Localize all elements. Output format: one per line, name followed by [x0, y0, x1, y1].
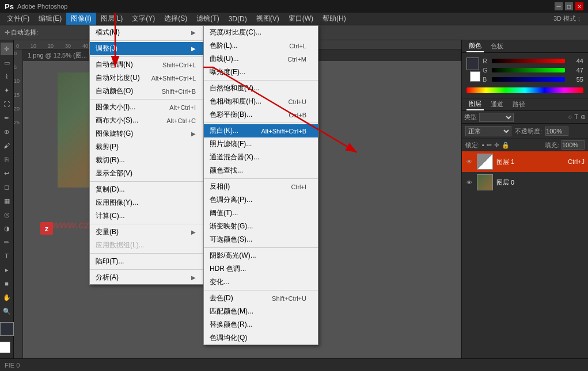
menu-apply-image[interactable]: 应用图像(Y)... [90, 196, 207, 209]
tool-lasso[interactable]: ⌇ [1, 70, 13, 83]
menu-selective-color[interactable]: 可选颜色(S)... [204, 233, 318, 246]
tool-select-rect[interactable]: ▭ [1, 56, 13, 69]
menu-desaturate[interactable]: 去色(D) Shift+Ctrl+U [204, 292, 318, 305]
menu-auto-contrast[interactable]: 自动对比度(U) Alt+Shift+Ctrl+L [90, 71, 207, 85]
lock-pixel-icon[interactable]: ▪ [482, 141, 484, 148]
menu-file[interactable]: 文件(F) [2, 13, 34, 25]
tool-clone[interactable]: ⎘ [1, 153, 13, 166]
menu-image-rotate[interactable]: 图像旋转(G) ▶ [90, 127, 207, 140]
close-button[interactable]: ✕ [575, 2, 583, 10]
menu-analysis[interactable]: 分析(A) ▶ [90, 271, 207, 284]
tool-heal[interactable]: ⊕ [1, 125, 13, 138]
tool-brush[interactable]: 🖌 [1, 139, 13, 152]
tab-layers[interactable]: 图层 [466, 98, 484, 110]
menu-adjust[interactable]: 调整(J) ▶ [90, 42, 207, 55]
menu-filter[interactable]: 滤镜(T) [192, 13, 223, 25]
menu-mode[interactable]: 模式(M) ▶ [90, 26, 207, 39]
menu-curves[interactable]: 曲线(U)... Ctrl+M [204, 52, 318, 66]
menu-reveal-all[interactable]: 显示全部(V) [90, 167, 207, 180]
menu-trap[interactable]: 陷印(T)... [90, 255, 207, 268]
menu-channel-mixer[interactable]: 通道混合器(X)... [204, 151, 318, 164]
menu-variables[interactable]: 变量(B) ▶ [90, 225, 207, 239]
tool-options[interactable]: ✛ 自动选择: [2, 26, 40, 39]
lock-move-icon[interactable]: ✛ [494, 141, 499, 149]
tab-paths[interactable]: 路径 [510, 99, 528, 110]
menu-hdr[interactable]: HDR 色调... [204, 262, 318, 276]
menu-text[interactable]: 文字(Y) [127, 13, 160, 25]
menu-auto-tone[interactable]: 自动色调(N) Shift+Ctrl+L [90, 58, 207, 71]
lock-paint-icon[interactable]: ✏ [487, 141, 492, 149]
b-slider[interactable] [492, 77, 565, 82]
menu-view[interactable]: 视图(V) [252, 13, 284, 25]
tool-eraser[interactable]: ◻ [1, 181, 13, 193]
opacity-input[interactable] [545, 127, 568, 136]
color-spectrum[interactable] [466, 87, 583, 93]
blend-mode-select[interactable]: 正常 [465, 126, 511, 136]
menu-trim[interactable]: 裁切(R)... [90, 154, 207, 167]
visibility-icon-0[interactable]: 👁 [465, 178, 473, 186]
tab-color[interactable]: 颜色 [466, 40, 484, 52]
menu-color-balance[interactable]: 色彩平衡(B)... Ctrl+B [204, 108, 318, 121]
menu-window[interactable]: 窗口(W) [284, 13, 318, 25]
menu-calculate[interactable]: 计算(C)... [90, 209, 207, 223]
menu-edit[interactable]: 编辑(E) [34, 13, 66, 25]
menu-equalize[interactable]: 色调均化(Q) [204, 331, 318, 345]
menu-exposure[interactable]: 曝光度(E)... [204, 66, 318, 79]
g-slider[interactable] [492, 68, 565, 72]
menu-match-color[interactable]: 匹配颜色(M)... [204, 305, 318, 318]
menu-vibrance[interactable]: 自然饱和度(V)... [204, 82, 318, 95]
foreground-color[interactable] [0, 322, 14, 336]
menu-duplicate[interactable]: 复制(D)... [90, 183, 207, 196]
background-swatch[interactable] [470, 71, 480, 82]
menu-black-white[interactable]: 黑白(K)... Alt+Shift+Ctrl+B [204, 124, 318, 137]
menu-invert[interactable]: 反相(I) Ctrl+I [204, 180, 318, 193]
menu-color-lookup[interactable]: 颜色查找... [204, 164, 318, 177]
tool-gradient[interactable]: ▦ [1, 194, 13, 207]
layer-item-0[interactable]: 👁 图层 0 [462, 172, 588, 193]
r-slider[interactable] [492, 59, 565, 63]
menu-replace-color[interactable]: 替换颜色(R)... [204, 318, 318, 331]
tool-shape[interactable]: ■ [1, 277, 13, 290]
tool-wand[interactable]: ✦ [1, 84, 13, 97]
tool-text[interactable]: T [1, 250, 13, 262]
menu-help[interactable]: 帮助(H) [318, 13, 351, 25]
maximize-button[interactable]: □ [565, 2, 573, 10]
tool-pen[interactable]: ✏ [1, 236, 13, 248]
tab-channels[interactable]: 通道 [488, 99, 506, 110]
menu-image[interactable]: 图像(I) [66, 13, 96, 25]
fill-input[interactable] [562, 140, 585, 150]
menu-posterize[interactable]: 色调分离(P)... [204, 193, 318, 206]
tool-eyedropper[interactable]: ✒ [1, 112, 13, 124]
menu-hsl[interactable]: 色相/饱和度(H)... Ctrl+U [204, 95, 318, 108]
menu-gradient-map[interactable]: 渐变映射(G)... [204, 220, 318, 233]
menu-variations[interactable]: 变化... [204, 276, 318, 289]
menu-select[interactable]: 选择(S) [160, 13, 192, 25]
menu-photo-filter[interactable]: 照片滤镜(F)... [204, 137, 318, 151]
foreground-swatch[interactable] [466, 58, 479, 70]
tool-history-brush[interactable]: ↩ [1, 167, 13, 179]
lock-all-icon[interactable]: 🔒 [502, 141, 510, 149]
type-select[interactable] [479, 113, 514, 122]
menu-canvas-size[interactable]: 画布大小(S)... Alt+Ctrl+C [90, 114, 207, 127]
tool-path-select[interactable]: ▸ [1, 263, 13, 276]
menu-3d[interactable]: 3D(D) [224, 14, 252, 24]
menu-auto-color[interactable]: 自动颜色(O) Shift+Ctrl+B [90, 85, 207, 98]
menu-threshold[interactable]: 阈值(T)... [204, 206, 318, 220]
tab-swatches[interactable]: 色板 [488, 41, 506, 52]
tool-move[interactable]: ✛ [1, 43, 13, 55]
menu-crop[interactable]: 裁剪(P) [90, 140, 207, 154]
layer-item-1[interactable]: 👁 图层 1 Ctrl+J [462, 151, 588, 172]
menu-shadows[interactable]: 阴影/高光(W)... [204, 249, 318, 262]
minimize-button[interactable]: ─ [555, 2, 563, 10]
tool-hand[interactable]: ✋ [1, 291, 13, 304]
menu-layer[interactable]: 图层(L) [96, 13, 128, 25]
menu-brightness[interactable]: 亮度/对比度(C)... [204, 26, 318, 39]
menu-levels[interactable]: 色阶(L)... Ctrl+L [204, 39, 318, 52]
tool-blur[interactable]: ◎ [1, 208, 13, 221]
tool-crop[interactable]: ⛶ [1, 98, 13, 110]
menu-image-size[interactable]: 图像大小(I)... Alt+Ctrl+I [90, 101, 207, 114]
tool-zoom[interactable]: 🔍 [1, 305, 13, 318]
background-color[interactable] [0, 342, 10, 353]
visibility-icon-1[interactable]: 👁 [465, 158, 473, 166]
tool-dodge[interactable]: ◑ [1, 222, 13, 235]
